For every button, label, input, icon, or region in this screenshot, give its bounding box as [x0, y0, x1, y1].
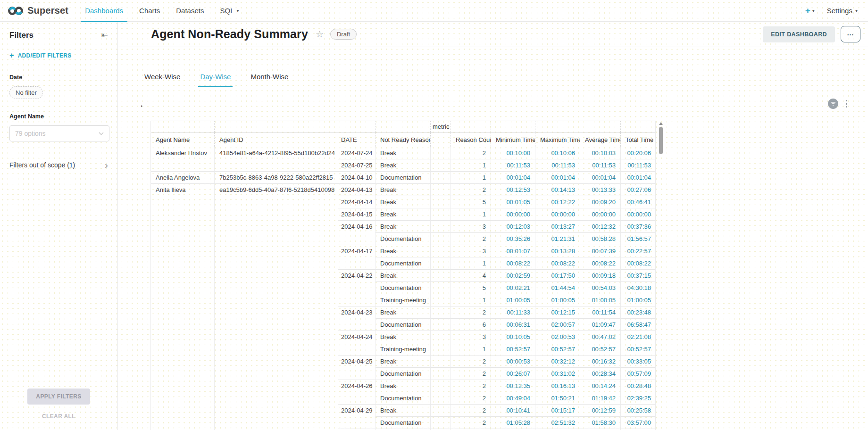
- column-header[interactable]: Total Time: [621, 132, 656, 147]
- table-cell: 00:08:22: [580, 257, 621, 269]
- settings-menu[interactable]: Settings ▾: [827, 7, 858, 15]
- chevron-right-icon: ›: [105, 162, 108, 168]
- chart-options-kebab-icon[interactable]: [845, 99, 849, 109]
- table-cell: 00:20:06: [621, 147, 656, 159]
- table-cell: 00:12:15: [535, 306, 580, 318]
- table-cell: [431, 171, 451, 183]
- table-cell: 00:10:00: [491, 147, 535, 159]
- table-cell: 04:30:18: [621, 281, 656, 294]
- table-cell: Documentation: [376, 257, 431, 269]
- table-cell: 2024-04-23: [338, 306, 376, 318]
- table-cell: [431, 208, 451, 220]
- nav-item-label: Datasets: [176, 7, 204, 15]
- filters-out-of-scope-row[interactable]: Filters out of scope (1) ›: [9, 161, 108, 169]
- edit-dashboard-button[interactable]: EDIT DASHBOARD: [763, 26, 835, 42]
- table-cell: [215, 404, 338, 416]
- table-cell: [215, 159, 338, 171]
- new-item-button[interactable]: + ▾: [805, 6, 815, 15]
- table-cell: 00:13:33: [580, 183, 621, 196]
- table-cell: [151, 367, 215, 380]
- table-cell: [215, 220, 338, 232]
- column-header[interactable]: Agent Name: [151, 132, 215, 147]
- scrollbar-thumb[interactable]: [659, 127, 663, 154]
- column-header[interactable]: Reason Count: [451, 132, 491, 147]
- table-cell: 00:28:34: [580, 367, 621, 380]
- clear-all-button[interactable]: CLEAR ALL: [0, 413, 117, 420]
- table-cell: 00:01:05: [491, 196, 535, 208]
- table-cell: 00:10:41: [491, 404, 535, 416]
- table-cell: [376, 121, 431, 132]
- table-cell: 01:19:42: [580, 392, 621, 404]
- agent-name-select[interactable]: 79 options: [9, 125, 109, 141]
- table-cell: [215, 367, 338, 380]
- date-filter-label: Date: [9, 74, 108, 81]
- table-cell: [431, 367, 451, 380]
- tab-month-wise[interactable]: Month-Wise: [249, 69, 290, 87]
- table-cell: 00:47:02: [580, 331, 621, 343]
- collapse-filters-icon[interactable]: ⇤: [101, 30, 108, 40]
- table-cell: 00:54:03: [580, 281, 621, 294]
- table-cell: 5: [451, 196, 491, 208]
- table-cell: 00:12:59: [580, 404, 621, 416]
- date-filter-chip[interactable]: No filter: [9, 86, 43, 99]
- column-header[interactable]: DATE: [338, 132, 376, 147]
- table-cell: 01:00:05: [491, 294, 535, 306]
- tab-label: Month-Wise: [250, 73, 288, 81]
- table-cell: [151, 281, 215, 294]
- column-header[interactable]: Average Time: [580, 132, 621, 147]
- table-cell: 3: [451, 245, 491, 257]
- table-cell: 00:01:04: [491, 171, 535, 183]
- applied-filters-indicator-icon[interactable]: [828, 99, 838, 109]
- column-header[interactable]: Minimum Time: [491, 132, 535, 147]
- table-cell: [151, 245, 215, 257]
- column-header[interactable]: Not Ready Reason: [376, 132, 431, 147]
- table-cell: 2024-04-22: [338, 269, 376, 281]
- table-row: 2024-04-25Break200:00:5300:32:1200:16:32…: [151, 355, 655, 367]
- table-cell: 00:14:24: [580, 380, 621, 392]
- table-cell: [215, 416, 338, 429]
- metric-group-header: metric: [431, 121, 451, 132]
- nav-item-charts[interactable]: Charts: [131, 0, 168, 21]
- table-cell: 2: [451, 392, 491, 404]
- column-header[interactable]: Maximum Time: [535, 132, 580, 147]
- table-cell: [431, 132, 451, 147]
- table-cell: 00:12:35: [491, 380, 535, 392]
- table-row: 2024-04-29Break200:10:4100:15:1700:12:59…: [151, 404, 655, 416]
- caret-down-icon: ▾: [855, 8, 858, 13]
- nav-item-datasets[interactable]: Datasets: [168, 0, 212, 21]
- table-row: Documentation100:08:2200:08:2200:08:2200…: [151, 257, 655, 269]
- table-cell: [151, 232, 215, 245]
- table-cell: 6: [451, 318, 491, 331]
- add-edit-filters-button[interactable]: + ADD/EDIT FILTERS: [9, 51, 108, 60]
- table-cell: [215, 294, 338, 306]
- table-cell: [431, 404, 451, 416]
- table-cell: 2: [451, 416, 491, 429]
- favorite-star-icon[interactable]: ☆: [316, 29, 324, 40]
- table-cell: 00:52:57: [621, 343, 656, 355]
- table-cell: 00:12:32: [580, 220, 621, 232]
- nav-item-sql[interactable]: SQL ▾: [212, 0, 247, 21]
- table-cell: [338, 281, 376, 294]
- table-cell: [431, 269, 451, 281]
- superset-logo[interactable]: Superset: [0, 5, 77, 16]
- table-cell: Training-meeting: [376, 294, 431, 306]
- table-cell: 01:56:57: [621, 232, 656, 245]
- apply-filters-button[interactable]: APPLY FILTERS: [27, 389, 90, 405]
- tab-day-wise[interactable]: Day-Wise: [198, 69, 233, 87]
- table-row: Documentation200:49:0401:50:2101:19:4202…: [151, 392, 655, 404]
- dashboard-header: Agent Non-Ready Summary ☆ Draft EDIT DAS…: [118, 22, 868, 47]
- table-cell: [215, 343, 338, 355]
- scroll-up-arrow[interactable]: [659, 122, 663, 125]
- tab-week-wise[interactable]: Week-Wise: [142, 69, 182, 87]
- nav-item-dashboards[interactable]: Dashboards: [77, 0, 131, 21]
- table-cell: Break: [376, 355, 431, 367]
- more-options-button[interactable]: …: [841, 26, 860, 42]
- table-cell: [580, 121, 621, 132]
- column-header[interactable]: Agent ID: [215, 132, 338, 147]
- table-cell: 3: [451, 331, 491, 343]
- table-cell: [215, 318, 338, 331]
- table-cell: [151, 196, 215, 208]
- table-cell: 00:10:05: [491, 331, 535, 343]
- caret-down-icon: ▾: [236, 8, 239, 13]
- table-cell: 00:00:00: [535, 208, 580, 220]
